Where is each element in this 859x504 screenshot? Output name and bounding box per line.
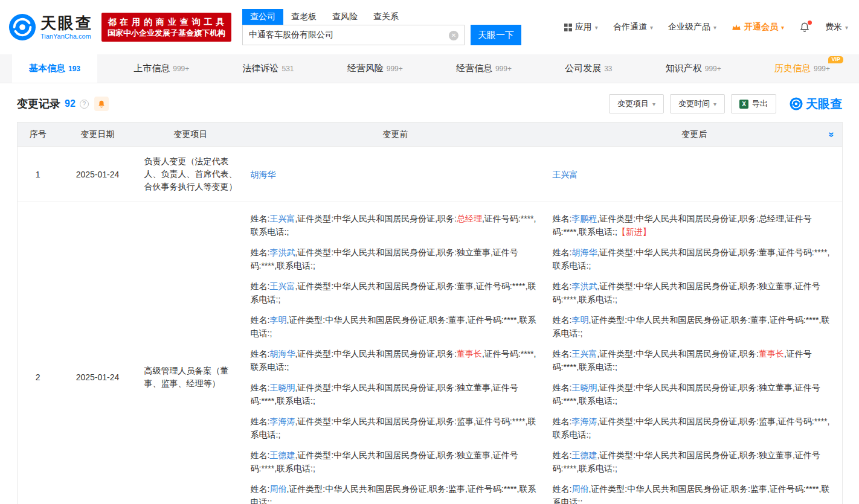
new-entry-tag: 【新进】 [617, 227, 651, 237]
person-link[interactable]: 李海涛 [571, 416, 597, 426]
change-entry: 姓名:李洪武,证件类型:中华人民共和国居民身份证,职务:独立董事,证件号码:**… [251, 246, 538, 272]
chevron-down-icon: ▾ [781, 24, 784, 31]
watermark-logo: 天眼查 [790, 96, 842, 112]
change-entry: 姓名:李鹏程,证件类型:中华人民共和国居民身份证,职务:总经理,证件号码:***… [553, 212, 834, 238]
change-entry: 姓名:王兴富,证件类型:中华人民共和国居民身份证,职务:董事长,证件号码:***… [553, 347, 834, 374]
change-entry: 姓名:李海涛,证件类型:中华人民共和国居民身份证,职务:监事,证件号码:****… [251, 415, 538, 441]
person-link[interactable]: 王晓明 [571, 383, 597, 392]
subscribe-bell-button[interactable] [94, 97, 109, 111]
nav-tab-法律诉讼[interactable]: 法律诉讼531 [225, 54, 310, 83]
change-entry: 姓名:王晓明,证件类型:中华人民共和国居民身份证,职务:独立董事,证件号码:**… [251, 381, 538, 407]
change-entry: 姓名:胡海华,证件类型:中华人民共和国居民身份证,职务:董事长,证件号码:***… [251, 347, 538, 374]
table-body: 12025-01-24负责人变更（法定代表人、负责人、首席代表、合伙事务执行人等… [18, 147, 843, 504]
filter-change-time[interactable]: 变更时间▾ [670, 94, 725, 113]
person-link[interactable]: 李海涛 [269, 416, 295, 426]
notification-bell[interactable] [799, 22, 810, 33]
collapse-all-icon[interactable]: « [826, 132, 837, 137]
menu-enterprise[interactable]: 企业级产品▾ [668, 22, 716, 33]
slogan-line2: 国家中小企业发展子基金旗下机构 [108, 28, 225, 39]
slogan-line1: 都 在 用 的 商 业 查 询 工 具 [108, 16, 225, 28]
nav-tab-count: 999+ [387, 65, 403, 73]
change-entry: 姓名:周佾,证件类型:中华人民共和国居民身份证,职务:监事,证件号码:****,… [251, 482, 538, 504]
nav-tab-label: 经营信息 [456, 63, 492, 74]
menu-partner[interactable]: 合作通道▾ [613, 22, 653, 33]
clear-icon[interactable]: ✕ [449, 31, 458, 40]
search-input[interactable] [243, 25, 464, 45]
position-text: 监事 [759, 416, 776, 426]
tianyancha-logo[interactable]: 天眼查 TianYanCha.com [8, 13, 93, 41]
nav-tab-count: 193 [68, 65, 80, 73]
notification-dot [808, 21, 812, 25]
menu-apps[interactable]: 应用▾ [564, 22, 598, 33]
nav-tab-历史信息[interactable]: 历史信息999+VIP [758, 54, 847, 83]
tianyancha-logo-icon [8, 13, 36, 41]
position-text: 董事 [448, 315, 465, 325]
position-text: 独立董事 [759, 450, 793, 460]
person-link[interactable]: 王德建 [269, 450, 295, 460]
position-text: 董事长 [457, 349, 482, 359]
search-box: ✕ [242, 25, 465, 45]
column-header-2: 变更日期 [59, 123, 137, 147]
tianyancha-logo-icon [790, 97, 803, 110]
logo-text: 天眼查 [40, 15, 93, 31]
chevron-down-icon: ▾ [650, 24, 653, 31]
change-item-cell: 负责人变更（法定代表人、负责人、首席代表、合伙事务执行人等变更） [137, 147, 245, 202]
nav-tab-经营风险[interactable]: 经营风险999+ [330, 54, 420, 83]
nav-tab-知识产权[interactable]: 知识产权999+ [649, 54, 738, 83]
person-link[interactable]: 王兴富 [269, 281, 295, 291]
menu-partner-label: 合作通道 [613, 22, 647, 33]
vip-badge: VIP [828, 56, 843, 63]
nav-tab-label: 基本信息 [29, 63, 65, 74]
change-entry: 姓名:李明,证件类型:中华人民共和国居民身份证,职务:董事,证件号码:****,… [251, 313, 538, 340]
nav-tab-label: 经营风险 [347, 63, 384, 74]
nav-tab-基本信息[interactable]: 基本信息193 [12, 54, 97, 83]
person-link[interactable]: 王晓明 [269, 383, 295, 392]
person-link[interactable]: 胡海华 [571, 247, 597, 257]
search-tab-查风险[interactable]: 查风险 [324, 9, 365, 25]
date-cell: 2025-01-24 [59, 147, 137, 202]
section-actions: 变更项目▾ 变更时间▾ X 导出 天眼查 [609, 94, 842, 113]
info-icon[interactable]: ? [80, 100, 89, 109]
person-link[interactable]: 胡海华 [251, 170, 276, 179]
change-entry: 姓名:王兴富,证件类型:中华人民共和国居民身份证,职务:董事,证件号码:****… [251, 279, 538, 306]
change-entry: 姓名:李海涛,证件类型:中华人民共和国居民身份证,职务:监事,证件号码:****… [553, 415, 834, 441]
serial-cell: 1 [18, 147, 59, 202]
change-entry: 姓名:周佾,证件类型:中华人民共和国居民身份证,职务:监事,证件号码:****,… [553, 482, 834, 504]
column-header-5: 变更后« [547, 123, 843, 147]
person-link[interactable]: 王兴富 [269, 214, 295, 223]
person-link[interactable]: 王兴富 [553, 170, 578, 179]
nav-tab-上市信息[interactable]: 上市信息999+ [117, 54, 206, 83]
before-cell: 胡海华 [245, 147, 547, 202]
search-tab-查老板[interactable]: 查老板 [283, 9, 324, 25]
position-text: 总经理 [759, 214, 784, 223]
person-link[interactable]: 王德建 [571, 450, 597, 460]
person-link[interactable]: 李鹏程 [571, 214, 597, 223]
search-tab-查关系[interactable]: 查关系 [365, 9, 407, 25]
search-tab-查公司[interactable]: 查公司 [242, 9, 283, 25]
person-link[interactable]: 李洪武 [269, 247, 295, 257]
position-text: 独立董事 [759, 281, 793, 291]
position-text: 监事 [448, 484, 465, 494]
person-link[interactable]: 王兴富 [571, 349, 597, 359]
person-link[interactable]: 李明 [571, 315, 588, 325]
filter-change-item[interactable]: 变更项目▾ [609, 94, 664, 113]
person-link[interactable]: 周佾 [571, 484, 588, 494]
search-button[interactable]: 天眼一下 [471, 25, 521, 45]
nav-tab-经营信息[interactable]: 经营信息999+ [439, 54, 529, 83]
column-header-4: 变更前 [245, 123, 547, 147]
after-cell: 王兴富 [547, 147, 843, 202]
menu-user[interactable]: 费米▾ [825, 22, 848, 33]
person-link[interactable]: 李洪武 [571, 281, 597, 291]
nav-tab-label: 上市信息 [134, 63, 170, 74]
search-area: 查公司查老板查风险查关系 ✕ 天眼一下 [242, 9, 521, 45]
person-link[interactable]: 周佾 [269, 484, 286, 494]
top-header: 天眼查 TianYanCha.com 都 在 用 的 商 业 查 询 工 具 国… [0, 0, 859, 54]
position-text: 董事 [457, 281, 474, 291]
menu-vip[interactable]: 开通会员▾ [732, 22, 784, 33]
position-text: 总经理 [457, 214, 482, 223]
person-link[interactable]: 李明 [269, 315, 286, 325]
column-header-1: 序号 [18, 123, 59, 147]
export-button[interactable]: X 导出 [731, 94, 776, 113]
nav-tab-公司发展[interactable]: 公司发展33 [548, 54, 629, 83]
person-link[interactable]: 胡海华 [269, 349, 295, 359]
